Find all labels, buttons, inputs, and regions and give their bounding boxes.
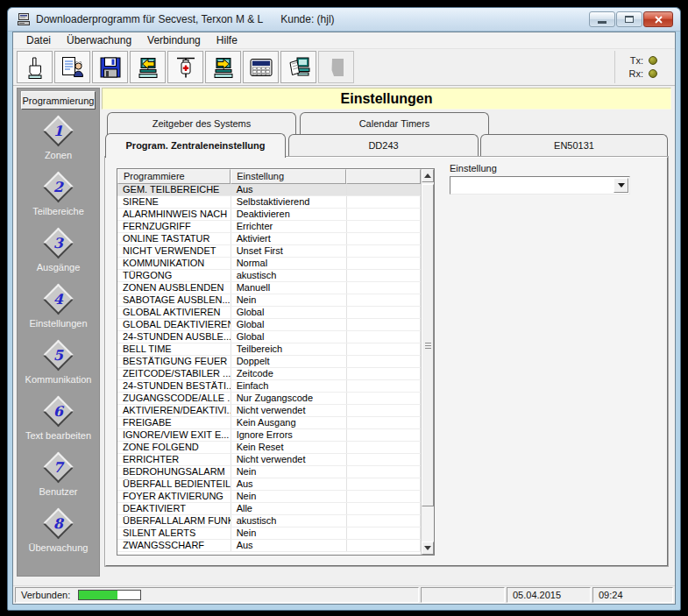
table-row[interactable]: NICHT VERWENDET Unset First [117,245,421,258]
sidebar-item-label: Teilbereiche [32,206,84,216]
table-body: GEM. TEILBEREICHE Aus SIRENE Selbstaktiv… [117,184,421,555]
content-area: Programmierung 1 Zonen2 Teilbereiche3 Au… [13,86,675,585]
table-row[interactable]: ÜBERFALL BEDIENTEIL Aus [117,478,421,491]
table-row[interactable]: KOMMUNIKATION Normal [117,258,421,270]
table-row[interactable]: BEDROHUNGSALARM Nein [117,466,421,478]
cell-programmiere: ONLINE TASTATUR [117,233,231,244]
receive-data-icon[interactable] [130,51,166,83]
table-row[interactable]: DEAKTIVIERT Alle [117,503,421,515]
table-row[interactable]: SIRENE Selbstaktivierend [117,196,421,209]
cell-blank [347,270,421,281]
cell-programmiere: AKTIVIEREN/DEAKTIVI... [117,405,231,416]
cell-programmiere: FOYER AKTIVIERUNG [117,491,231,502]
minimize-button[interactable] [589,11,615,27]
cell-einstellung: Nein [231,491,348,502]
send-data-icon[interactable] [205,51,241,83]
cell-programmiere: BESTÄTIGUNG FEUER [117,356,231,367]
window-title: Downloaderprogramm für Secvest, Terxon M… [36,13,263,25]
table-row[interactable]: GEM. TEILBEREICHE Aus [117,184,421,196]
tab-program-zentraleneinstellung[interactable]: Program. Zentraleneinstellung [105,133,286,158]
setting-combobox[interactable] [450,176,630,195]
keypad-icon[interactable] [243,51,279,83]
table-row[interactable]: SABOTAGE AUSBLEN... Nein [117,294,421,307]
table-row[interactable]: AKTIVIEREN/DEAKTIVI... Nicht verwendet [117,405,421,417]
combobox-dropdown-button[interactable] [614,178,628,193]
cell-programmiere: SILENT ALERTS [117,527,231,539]
cell-blank [347,196,421,208]
sidebar-item-überwachung[interactable]: 8 Überwachung [18,506,99,562]
sidebar-item-zonen[interactable]: 1 Zonen [18,113,99,169]
progress-fill [79,591,117,599]
titlebar: Downloaderprogramm für Secvest, Terxon M… [8,8,680,32]
table-row[interactable]: IGNORE/VIEW EXIT E... Ignore Errors [117,429,421,442]
sidebar-item-text-bearbeiten[interactable]: 6 Text bearbeiten [18,393,99,450]
table-scrollbar[interactable] [421,169,434,555]
sidebar-item-label: Zonen [45,150,72,160]
table-row[interactable]: 24-STUNDEN BESTÄTI... Einfach [117,380,421,393]
table-row[interactable]: BESTÄTIGUNG FEUER Doppelt [117,356,421,368]
tab-en50131[interactable]: EN50131 [480,134,668,157]
printout-icon[interactable] [280,51,316,83]
customer-data-icon[interactable] [54,51,90,83]
table-row[interactable]: FOYER AKTIVIERUNG Nein [117,491,421,503]
table-row[interactable]: TÜRGONG akustisch [117,270,421,282]
column-header-programmiere[interactable]: Programmiere [117,169,231,184]
table-row[interactable]: ALARMHINWEIS NACH Deaktivieren [117,209,421,221]
cell-einstellung: Aus [231,184,348,195]
table-row[interactable]: BELL TIME Teilbereich [117,343,421,356]
menu-verbindung[interactable]: Verbindung [139,32,209,48]
table-row[interactable]: GLOBAL DEAKTIVIEREN Global [117,319,421,331]
scroll-up-button[interactable] [422,169,434,182]
cell-einstellung: Aus [231,540,348,551]
sidebar-item-ausgänge[interactable]: 3 Ausgänge [18,225,99,281]
txrx-indicators: Tx: Rx: [614,51,670,83]
table-row[interactable]: FREIGABE Kein Ausgang [117,417,421,429]
sidebar-item-benutzer[interactable]: 7 Benutzer [18,450,99,506]
app-icon [17,12,31,26]
cell-einstellung: Errichter [231,221,348,232]
menu-datei[interactable]: Datei [18,32,59,48]
cell-einstellung: Kein Ausgang [231,417,348,428]
close-button[interactable] [643,11,673,27]
cell-programmiere: ÜBERFALLALARM FUNK [117,515,231,527]
tab-calendar-timers[interactable]: Calendar Timers [300,112,489,135]
status-date: 05.04.2015 [507,587,591,603]
table-row[interactable]: SILENT ALERTS Nein [117,527,421,540]
table-row[interactable]: FERNZUGRIFF Errichter [117,221,421,233]
sidebar-item-einstellungen[interactable]: 4 Einstellungen [18,281,99,337]
alarm-panel-icon[interactable] [167,51,203,83]
page-title: Einstellungen [102,88,671,110]
table-row[interactable]: 24-STUNDEN AUSBLE... Global [117,331,421,343]
cell-programmiere: ZEITCODE/STABILER ... [117,368,231,379]
scroll-down-button[interactable] [422,542,434,555]
menu-überwachung[interactable]: Überwachung [59,32,139,48]
table-row[interactable]: ZONEN AUSBLENDEN Manuell [117,282,421,294]
sidebar-item-teilbereiche[interactable]: 2 Teilbereiche [18,169,99,225]
save-icon[interactable] [92,51,128,83]
cell-einstellung: Deaktivieren [231,209,348,220]
programmierung-button[interactable]: Programmierung [21,91,96,110]
table-row[interactable]: ZEITCODE/STABILER ... Zeitcode [117,368,421,380]
tab-zeitgeber-des-systems[interactable]: Zeitgeber des Systems [107,112,296,135]
tab-dd243[interactable]: DD243 [288,134,479,157]
cell-programmiere: 24-STUNDEN BESTÄTI... [117,380,231,392]
column-header-einstellung[interactable]: Einstellung [231,169,346,184]
column-header-blank[interactable] [346,169,421,184]
table-row[interactable]: ONLINE TASTATUR Aktiviert [117,233,421,245]
cell-blank [347,515,421,527]
maximize-button[interactable] [616,11,642,27]
pointing-hand-icon[interactable] [17,51,53,83]
cell-programmiere: SABOTAGE AUSBLEN... [117,294,231,306]
table-row[interactable]: ERRICHTER Nicht verwendet [117,454,421,466]
scrollbar-thumb[interactable] [422,184,434,506]
table-row[interactable]: ZWANGSSCHARF Aus [117,540,421,552]
sidebar-item-kommunikation[interactable]: 5 Kommunikation [18,337,99,393]
cell-blank [347,380,421,392]
cell-blank [347,540,421,551]
menu-hilfe[interactable]: Hilfe [209,32,245,48]
table-row[interactable]: ÜBERFALLALARM FUNK akustisch [117,515,421,527]
table-row[interactable]: GLOBAL AKTIVIEREN Global [117,307,421,319]
table-row[interactable]: ZUGANGSCODE/ALLE ... Nur Zugangscode [117,393,421,405]
customer-label: Kunde: (hjl) [280,13,334,25]
table-row[interactable]: ZONE FOLGEND Kein Reset [117,442,421,454]
